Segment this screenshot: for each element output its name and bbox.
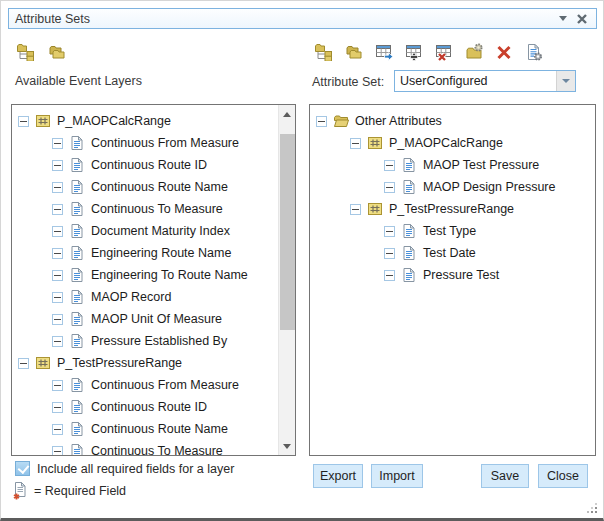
field-icon — [69, 311, 85, 327]
collapse-expander-icon[interactable] — [52, 204, 63, 215]
collapse-expander-icon[interactable] — [52, 182, 63, 193]
tree-item[interactable]: Test Date — [310, 242, 595, 264]
layer-icon — [35, 113, 51, 129]
save-button[interactable]: Save — [481, 464, 529, 488]
tree-item[interactable]: Continuous To Measure — [12, 198, 278, 220]
tree-item[interactable]: Document Maturity Index — [12, 220, 278, 242]
add-fields-to-set-table-icon[interactable] — [373, 41, 394, 62]
collapse-expander-icon[interactable] — [52, 226, 63, 237]
tree-item[interactable]: Test Type — [310, 220, 595, 242]
collapse-expander-icon[interactable] — [316, 116, 327, 127]
expand-layers-tree-icon[interactable] — [15, 41, 36, 62]
field-icon — [69, 443, 85, 456]
field-properties-page-icon[interactable] — [523, 41, 544, 62]
tree-item[interactable]: Continuous Route Name — [12, 176, 278, 198]
tree-item[interactable]: Continuous From Measure — [12, 374, 278, 396]
collapse-expander-icon[interactable] — [350, 204, 361, 215]
collapse-expander-icon[interactable] — [52, 138, 63, 149]
collapse-set-folders-icon[interactable] — [343, 41, 364, 62]
new-attribute-set-folder-icon[interactable] — [463, 41, 484, 62]
tree-item[interactable]: Engineering Route Name — [12, 242, 278, 264]
field-icon — [401, 267, 417, 283]
tree-item[interactable]: P_MAOPCalcRange — [310, 132, 595, 154]
tree-item[interactable]: Continuous Route ID — [12, 154, 278, 176]
collapse-expander-icon[interactable] — [350, 138, 361, 149]
collapse-expander-icon[interactable] — [18, 116, 29, 127]
tree-item[interactable]: Pressure Test — [310, 264, 595, 286]
tree-item[interactable]: Continuous Route ID — [12, 396, 278, 418]
tree-item-label: Pressure Test — [423, 268, 499, 282]
collapse-expander-icon[interactable] — [52, 314, 63, 325]
collapse-expander-icon[interactable] — [384, 182, 395, 193]
combo-dropdown-icon[interactable] — [556, 71, 575, 91]
tree-item[interactable]: P_TestPressureRange — [310, 198, 595, 220]
tree-item[interactable]: Continuous From Measure — [12, 132, 278, 154]
attribute-set-combobox[interactable]: UserConfigured — [394, 70, 576, 92]
tree-item-label: Pressure Established By — [91, 334, 227, 348]
delete-attribute-set-icon[interactable] — [493, 41, 514, 62]
collapse-expander-icon[interactable] — [52, 292, 63, 303]
tree-item[interactable]: P_TestPressureRange — [12, 352, 278, 374]
attribute-set-panel: Other AttributesP_MAOPCalcRangeMAOP Test… — [309, 104, 596, 456]
field-icon — [69, 289, 85, 305]
field-icon — [69, 245, 85, 261]
remove-event-table-icon[interactable] — [433, 41, 454, 62]
collapse-expander-icon[interactable] — [52, 424, 63, 435]
layer-icon — [367, 135, 383, 151]
tree-item[interactable]: MAOP Unit Of Measure — [12, 308, 278, 330]
chevron-down-icon[interactable] — [559, 16, 567, 21]
tree-item-label: P_TestPressureRange — [389, 202, 514, 216]
tree-item-label: Continuous Route ID — [91, 158, 207, 172]
collapse-expander-icon[interactable] — [52, 270, 63, 281]
required-field-icon — [12, 482, 28, 500]
field-icon — [69, 201, 85, 217]
field-icon — [69, 223, 85, 239]
tree-item-label: MAOP Design Pressure — [423, 180, 555, 194]
collapse-expander-icon[interactable] — [384, 226, 395, 237]
collapse-expander-icon[interactable] — [52, 380, 63, 391]
tree-item[interactable]: Engineering To Route Name — [12, 264, 278, 286]
collapse-expander-icon[interactable] — [384, 248, 395, 259]
expand-set-tree-icon[interactable] — [313, 41, 334, 62]
dialog-title: Attribute Sets — [15, 12, 90, 26]
collapse-expander-icon[interactable] — [52, 160, 63, 171]
tree-item[interactable]: P_MAOPCalcRange — [12, 110, 278, 132]
collapse-expander-icon[interactable] — [18, 358, 29, 369]
field-icon — [69, 399, 85, 415]
collapse-expander-icon[interactable] — [52, 446, 63, 457]
field-icon — [69, 267, 85, 283]
attribute-set-value: UserConfigured — [395, 74, 556, 88]
include-required-fields-checkbox[interactable] — [15, 461, 30, 476]
tree-item[interactable]: MAOP Record — [12, 286, 278, 308]
add-event-table-icon[interactable] — [403, 41, 424, 62]
tree-item[interactable]: Continuous To Measure — [12, 440, 278, 456]
tree-item[interactable]: Continuous Route Name — [12, 418, 278, 440]
field-icon — [69, 333, 85, 349]
scroll-down-icon[interactable] — [279, 438, 295, 454]
tree-item-label: Continuous Route Name — [91, 422, 228, 436]
tree-item[interactable]: MAOP Design Pressure — [310, 176, 595, 198]
resize-grip[interactable] — [587, 501, 599, 513]
collapse-expander-icon[interactable] — [52, 248, 63, 259]
include-required-fields-row: Include all required fields for a layer — [15, 461, 234, 476]
import-button[interactable]: Import — [371, 464, 423, 488]
collapse-expander-icon[interactable] — [384, 270, 395, 281]
tree-item-label: Continuous From Measure — [91, 136, 239, 150]
tree-item-label: Continuous Route ID — [91, 400, 207, 414]
vertical-scrollbar[interactable] — [278, 105, 295, 455]
tree-item-label: MAOP Unit Of Measure — [91, 312, 222, 326]
scroll-up-icon[interactable] — [279, 106, 295, 122]
collapse-layers-folders-icon[interactable] — [46, 41, 67, 62]
collapse-expander-icon[interactable] — [52, 402, 63, 413]
collapse-expander-icon[interactable] — [384, 160, 395, 171]
scrollbar-thumb[interactable] — [280, 134, 295, 330]
close-button[interactable]: Close — [538, 464, 588, 488]
collapse-expander-icon[interactable] — [52, 336, 63, 347]
attribute-set-tree: Other AttributesP_MAOPCalcRangeMAOP Test… — [310, 110, 595, 286]
export-button[interactable]: Export — [313, 464, 363, 488]
left-toolbar — [15, 41, 67, 62]
tree-item[interactable]: Pressure Established By — [12, 330, 278, 352]
close-icon[interactable] — [576, 13, 588, 25]
tree-item[interactable]: MAOP Test Pressure — [310, 154, 595, 176]
tree-item[interactable]: Other Attributes — [310, 110, 595, 132]
